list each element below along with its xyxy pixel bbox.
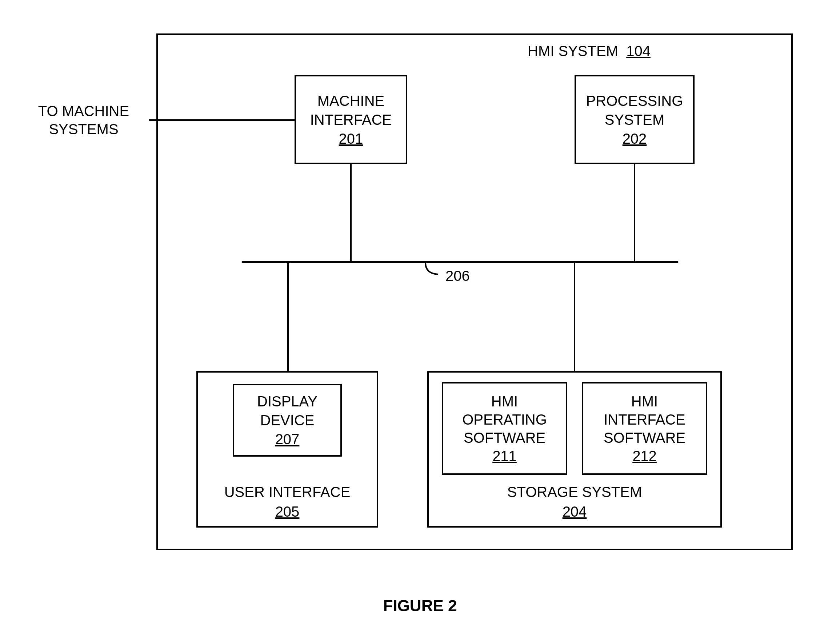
- user-interface-title-block: USER INTERFACE 205: [196, 482, 378, 522]
- external-label: TO MACHINE SYSTEMS: [22, 102, 145, 138]
- hmi-operating-software-box: HMI OPERATING SOFTWARE 211: [442, 382, 567, 475]
- machine-interface-line1: MACHINE: [310, 91, 392, 110]
- bus-line: [242, 261, 678, 263]
- hmi-operating-software-ref: 211: [462, 447, 547, 465]
- storage-system-title-block: STORAGE SYSTEM 204: [427, 482, 722, 522]
- connector-machine-interface-to-bus: [350, 164, 351, 261]
- user-interface-ref: 205: [196, 502, 378, 522]
- hmi-system-title-text: HMI SYSTEM: [528, 43, 618, 59]
- hmi-system-title: HMI SYSTEM 104: [516, 43, 662, 59]
- machine-interface-line2: INTERFACE: [310, 110, 392, 129]
- display-device-line1: DISPLAY: [257, 392, 318, 411]
- hmi-operating-software-line1: HMI: [462, 392, 547, 410]
- display-device-box: DISPLAY DEVICE 207: [233, 384, 342, 457]
- processing-system-box: PROCESSING SYSTEM 202: [575, 75, 695, 164]
- hmi-interface-software-box: HMI INTERFACE SOFTWARE 212: [582, 382, 707, 475]
- hmi-system-ref: 104: [626, 43, 650, 59]
- processing-system-ref: 202: [586, 129, 683, 148]
- hmi-interface-software-line1: HMI: [604, 392, 685, 410]
- storage-system-ref: 204: [427, 502, 722, 522]
- hmi-interface-software-line3: SOFTWARE: [604, 429, 685, 447]
- bus-hook-icon: [422, 262, 444, 280]
- hmi-interface-software-ref: 212: [604, 447, 685, 465]
- storage-system-title: STORAGE SYSTEM: [427, 482, 722, 502]
- diagram-canvas: TO MACHINE SYSTEMS HMI SYSTEM 104 MACHIN…: [0, 0, 840, 640]
- machine-interface-box: MACHINE INTERFACE 201: [295, 75, 407, 164]
- machine-interface-ref: 201: [310, 129, 392, 148]
- user-interface-title: USER INTERFACE: [196, 482, 378, 502]
- display-device-line2: DEVICE: [257, 411, 318, 430]
- processing-system-line1: PROCESSING: [586, 91, 683, 110]
- connector-bus-to-user-interface: [287, 261, 289, 371]
- bus-label: 206: [446, 268, 470, 284]
- hmi-operating-software-line2: OPERATING: [462, 410, 547, 429]
- connector-bus-to-storage-system: [574, 261, 575, 371]
- figure-caption: FIGURE 2: [0, 597, 840, 615]
- hmi-operating-software-line3: SOFTWARE: [462, 429, 547, 447]
- display-device-ref: 207: [257, 430, 318, 449]
- processing-system-line2: SYSTEM: [586, 110, 683, 129]
- hmi-interface-software-line2: INTERFACE: [604, 410, 685, 429]
- connector-processing-system-to-bus: [634, 164, 635, 261]
